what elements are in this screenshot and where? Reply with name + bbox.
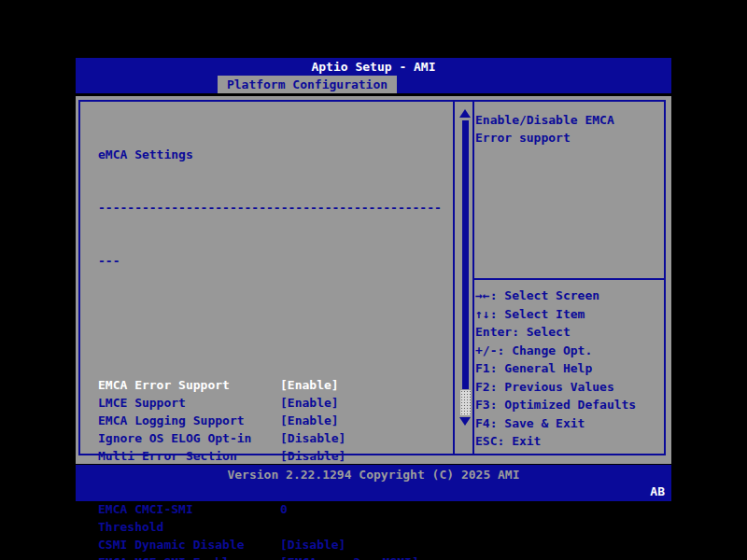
header-bar: Aptio Setup - AMI Platform Configuration	[76, 58, 671, 93]
section-title: eMCA Settings	[98, 146, 442, 163]
setting-value: [Enable]	[280, 394, 339, 412]
setting-value: [Enable]	[280, 412, 339, 429]
scroll-down-icon[interactable]	[459, 417, 471, 426]
setting-value: [Enable]	[280, 376, 339, 394]
main-panel: eMCA Settings --------------------------…	[76, 96, 671, 464]
bios-content: Aptio Setup - AMI Platform Configuration…	[76, 58, 671, 501]
setting-label: CSMI Dynamic Disable	[98, 538, 245, 552]
setting-label: EMCA MCE-SMI Enable	[98, 555, 237, 560]
section-separator-wrap: ---	[98, 252, 442, 270]
legend-line: F3: Optimized Defaults	[475, 396, 636, 414]
legend-line: F2: Previous Values	[475, 378, 636, 397]
legend-line: Enter: Select	[475, 323, 636, 342]
setting-label: Multi Error Section	[98, 449, 237, 463]
setting-label: EMCA Error Support	[98, 378, 230, 392]
setting-label: EMCA CMCI-SMI	[98, 502, 193, 516]
tab-platform-configuration[interactable]: Platform Configuration	[218, 76, 397, 93]
setting-value: [Disable]	[280, 447, 345, 465]
setting-row[interactable]: EMCA Logging Support[Enable]	[98, 412, 442, 429]
setting-label: LMCE Support	[98, 396, 186, 410]
footer-badge: AB	[650, 484, 665, 498]
legend-line: ↑↓: Select Item	[475, 305, 636, 324]
legend-line: ESC: Exit	[475, 432, 636, 451]
legend-line: →←: Select Screen	[475, 287, 636, 305]
setting-label-continuation: Threshold	[98, 518, 442, 536]
help-line: Error support	[475, 129, 614, 147]
page-title: Aptio Setup - AMI	[76, 60, 671, 74]
version-text: Version 2.22.1294 Copyright (C) 2025 AMI	[76, 468, 671, 482]
blank-line	[98, 305, 442, 323]
bios-screen: Aptio Setup - AMI Platform Configuration…	[0, 0, 747, 560]
scroll-up-icon[interactable]	[459, 109, 471, 118]
setting-value: 0	[280, 500, 288, 518]
scrollbar-track[interactable]	[462, 120, 469, 389]
section-separator: ----------------------------------------…	[98, 199, 442, 217]
footer-bar: Version 2.22.1294 Copyright (C) 2025 AMI…	[76, 465, 671, 501]
setting-label: Ignore OS ELOG Opt-in	[98, 431, 251, 445]
key-legend: →←: Select Screen↑↓: Select ItemEnter: S…	[475, 287, 636, 451]
setting-row[interactable]: EMCA CMCI-SMI0	[98, 500, 442, 518]
setting-value: [EMCA gen 2 - MSMI]	[280, 553, 419, 560]
help-divider	[474, 278, 665, 280]
setting-row[interactable]: CSMI Dynamic Disable[Disable]	[98, 536, 442, 553]
setting-row[interactable]: EMCA Error Support[Enable]	[98, 376, 442, 394]
legend-line: +/-: Change Opt.	[475, 342, 636, 360]
legend-line: F4: Save & Exit	[475, 414, 636, 433]
setting-row[interactable]: EMCA MCE-SMI Enable[EMCA gen 2 - MSMI]	[98, 553, 442, 560]
setting-row[interactable]: Ignore OS ELOG Opt-in[Disable]	[98, 429, 442, 447]
help-text: Enable/Disable EMCAError support	[475, 111, 614, 147]
setting-row[interactable]: Multi Error Section[Disable]	[98, 447, 442, 465]
setting-row[interactable]: LMCE Support[Enable]	[98, 394, 442, 412]
help-line: Enable/Disable EMCA	[475, 111, 614, 129]
setting-label: EMCA Logging Support	[98, 413, 245, 427]
scrollbar-thumb[interactable]	[460, 390, 471, 415]
setting-value: [Disable]	[280, 429, 345, 447]
legend-line: F1: General Help	[475, 359, 636, 378]
setting-value: [Disable]	[280, 536, 345, 553]
scrollbar-separator	[453, 100, 455, 455]
